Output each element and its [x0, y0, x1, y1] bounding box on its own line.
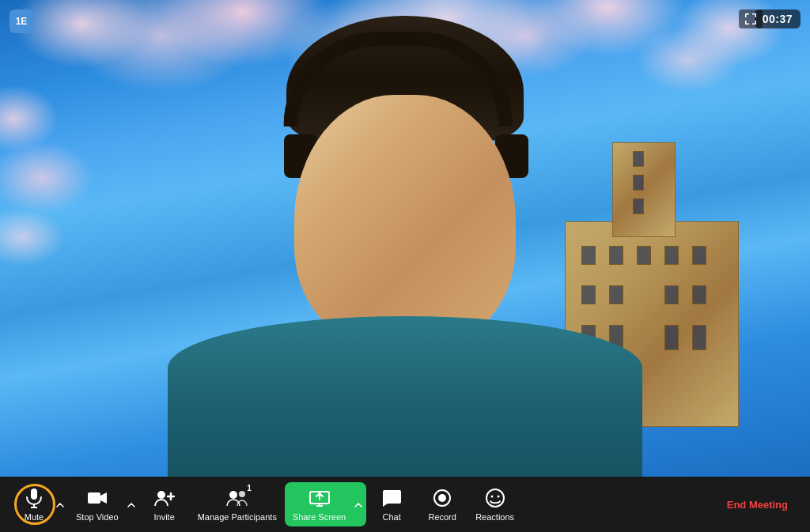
window	[692, 246, 706, 265]
video-area: 1E 00:37	[0, 0, 810, 490]
fullscreen-button[interactable]	[739, 9, 763, 28]
person	[128, 32, 682, 490]
reactions-button[interactable]: Reactions	[467, 482, 522, 526]
invite-icon-wrap	[152, 487, 177, 509]
window	[692, 325, 706, 350]
share-screen-icon-wrap	[307, 487, 332, 509]
svg-rect-3	[88, 492, 100, 504]
mute-label: Mute	[25, 512, 44, 522]
end-meeting-label: End Meeting	[727, 499, 788, 511]
record-icon-wrap	[430, 487, 455, 509]
reactions-icon	[485, 488, 505, 508]
chevron-up-icon-3	[354, 502, 362, 507]
end-meeting-button[interactable]: End Meeting	[717, 494, 797, 515]
person-face	[294, 95, 516, 348]
chevron-up-icon	[56, 502, 64, 507]
expand-icon	[745, 13, 756, 25]
chat-label: Chat	[383, 512, 401, 522]
record-icon	[432, 488, 452, 508]
chat-button[interactable]: Chat	[366, 482, 417, 526]
manage-participants-label: Manage Participants	[198, 512, 277, 522]
participants-icon-wrap: 1	[225, 487, 250, 509]
svg-point-15	[490, 496, 493, 498]
svg-point-14	[486, 489, 504, 507]
mute-button[interactable]: Mute	[13, 482, 55, 526]
stop-video-label: Stop Video	[76, 512, 119, 522]
record-button[interactable]: Record	[417, 482, 467, 526]
share-screen-icon	[309, 489, 330, 507]
share-screen-group: Share Screen	[285, 482, 366, 526]
invite-button[interactable]: Invite	[139, 482, 190, 526]
window	[692, 285, 706, 304]
manage-participants-button[interactable]: 1 Manage Participants	[190, 482, 285, 526]
microphone-icon-wrap	[21, 487, 47, 509]
share-screen-label: Share Screen	[293, 512, 346, 522]
chevron-up-icon-2	[127, 502, 135, 507]
video-icon-wrap	[85, 487, 110, 509]
person-body	[168, 316, 642, 490]
stop-video-button[interactable]: Stop Video	[68, 482, 127, 526]
svg-point-16	[497, 496, 499, 498]
toolbar: Mute Stop Video	[0, 477, 810, 532]
chat-icon-wrap	[379, 487, 404, 509]
record-label: Record	[428, 512, 456, 522]
svg-point-7	[229, 491, 237, 499]
invite-label: Invite	[153, 512, 174, 522]
participants-icon	[226, 489, 248, 507]
chat-icon	[381, 489, 402, 507]
svg-rect-0	[31, 489, 37, 500]
share-screen-button[interactable]: Share Screen	[285, 482, 354, 526]
reactions-label: Reactions	[475, 512, 514, 522]
svg-point-8	[239, 491, 245, 497]
stop-video-group: Stop Video	[68, 482, 139, 526]
microphone-icon	[25, 488, 43, 508]
participant-badge: 1E	[9, 9, 33, 33]
reactions-icon-wrap	[483, 487, 508, 509]
invite-icon	[154, 489, 175, 507]
svg-point-4	[157, 491, 165, 499]
svg-point-13	[438, 494, 446, 502]
mute-group: Mute	[13, 482, 68, 526]
participants-count: 1	[247, 484, 252, 492]
video-camera-icon	[87, 491, 108, 505]
